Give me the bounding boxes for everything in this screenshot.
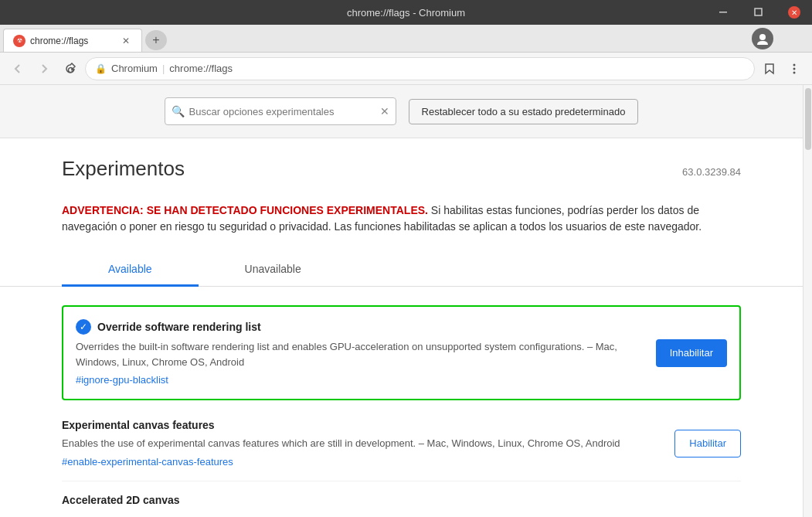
tab-unavailable[interactable]: Unavailable xyxy=(199,253,348,287)
tab-bar: ☢ chrome://flags ✕ + xyxy=(0,25,812,53)
experiment-check-icon: ✓ xyxy=(76,319,91,335)
experiment-title-row-1: Experimental canvas features xyxy=(62,419,662,431)
minimize-button[interactable] xyxy=(705,0,741,25)
experiment-title-2: Accelerated 2D canvas xyxy=(62,494,180,506)
window-title: chrome://flags - Chromium xyxy=(347,7,465,19)
main-area: 🔍 ✕ Restablecer todo a su estado predete… xyxy=(0,85,803,517)
svg-point-5 xyxy=(793,63,796,66)
address-separator: | xyxy=(162,63,165,74)
experiment-link-1[interactable]: #enable-experimental-canvas-features xyxy=(62,456,233,468)
page-title: Experimentos xyxy=(62,157,185,181)
experiment-title-row-2: Accelerated 2D canvas xyxy=(62,494,741,506)
experiment-title-row-0: ✓ Override software rendering list xyxy=(76,319,644,335)
address-url: chrome://flags xyxy=(169,63,233,74)
address-bar[interactable]: 🔒 Chromium | chrome://flags xyxy=(85,57,755,80)
svg-point-7 xyxy=(793,71,796,73)
scrollbar[interactable] xyxy=(803,85,812,517)
restore-button[interactable] xyxy=(741,0,776,25)
tabs-bar: Available Unavailable xyxy=(0,253,803,287)
experiment-item-highlighted: ✓ Override software rendering list Overr… xyxy=(62,305,741,400)
svg-rect-1 xyxy=(755,9,762,15)
bookmark-button[interactable] xyxy=(758,57,781,80)
warning-bold-text: ADVERTENCIA: SE HAN DETECTADO FUNCIONES … xyxy=(62,204,428,216)
svg-point-4 xyxy=(759,34,766,40)
back-button[interactable] xyxy=(6,57,29,80)
experiment-enable-button-1[interactable]: Habilitar xyxy=(674,430,741,457)
secure-icon: 🔒 xyxy=(95,63,107,74)
forward-button[interactable] xyxy=(32,57,56,80)
tab-close-button[interactable]: ✕ xyxy=(120,35,132,47)
warning-text: ADVERTENCIA: SE HAN DETECTADO FUNCIONES … xyxy=(62,202,741,235)
close-button[interactable]: ✕ xyxy=(776,0,812,25)
experiment-item-1: Experimental canvas features Enables the… xyxy=(62,406,741,481)
experiment-desc-0: Overrides the built-in software renderin… xyxy=(76,339,644,369)
tab-label: chrome://flags xyxy=(30,36,88,46)
reset-button[interactable]: Restablecer todo a su estado predetermin… xyxy=(409,99,639,124)
experiments-list: ✓ Override software rendering list Overr… xyxy=(62,287,741,517)
browser-tab[interactable]: ☢ chrome://flags ✕ xyxy=(3,29,142,52)
site-name: Chromium xyxy=(111,63,158,74)
profile-button[interactable] xyxy=(752,28,773,49)
nav-right-buttons xyxy=(758,57,806,80)
version-text: 63.0.3239.84 xyxy=(682,166,741,178)
menu-button[interactable] xyxy=(783,57,806,80)
new-tab-button[interactable]: + xyxy=(145,30,167,50)
experiment-link-0[interactable]: #ignore-gpu-blacklist xyxy=(76,374,168,386)
warning-box: ADVERTENCIA: SE HAN DETECTADO FUNCIONES … xyxy=(62,202,741,235)
experiment-info-2: Accelerated 2D canvas xyxy=(62,494,741,511)
tab-available[interactable]: Available xyxy=(62,253,199,287)
experiment-title-0: Override software rendering list xyxy=(97,321,261,333)
experiment-info-1: Experimental canvas features Enables the… xyxy=(62,419,662,468)
window-controls: ✕ xyxy=(705,0,812,25)
content-area: Experimentos 63.0.3239.84 ADVERTENCIA: S… xyxy=(0,138,803,517)
search-icon: 🔍 xyxy=(172,105,185,117)
experiment-title-1: Experimental canvas features xyxy=(62,419,215,431)
title-bar: chrome://flags - Chromium ✕ xyxy=(0,0,812,25)
search-clear-button[interactable]: ✕ xyxy=(380,105,389,117)
tab-available-label: Available xyxy=(108,263,152,275)
reload-button[interactable] xyxy=(59,57,82,80)
experiment-disable-button-0[interactable]: Inhabilitar xyxy=(656,339,727,367)
svg-rect-0 xyxy=(719,12,727,13)
svg-text:✕: ✕ xyxy=(791,9,797,17)
experiment-info-0: ✓ Override software rendering list Overr… xyxy=(76,319,644,386)
search-wrapper: 🔍 ✕ xyxy=(165,97,396,125)
experiment-desc-1: Enables the use of experimental canvas f… xyxy=(62,436,662,451)
search-bar-area: 🔍 ✕ Restablecer todo a su estado predete… xyxy=(0,85,803,138)
page-content: 🔍 ✕ Restablecer todo a su estado predete… xyxy=(0,85,812,517)
scrollbar-thumb[interactable] xyxy=(805,88,811,150)
svg-point-6 xyxy=(793,67,796,70)
tab-favicon: ☢ xyxy=(13,35,25,47)
search-input[interactable] xyxy=(189,106,359,117)
experiment-item-2: Accelerated 2D canvas xyxy=(62,481,741,518)
nav-bar: 🔒 Chromium | chrome://flags xyxy=(0,53,812,85)
tab-unavailable-label: Unavailable xyxy=(245,263,301,275)
title-row: Experimentos 63.0.3239.84 xyxy=(62,157,741,193)
